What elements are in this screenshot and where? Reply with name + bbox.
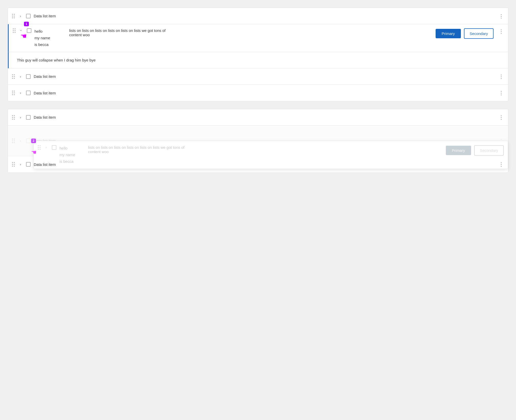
primary-button[interactable]: Primary xyxy=(436,29,461,38)
more-menu-icon[interactable]: ⋮ xyxy=(499,73,504,80)
row-title: Data list item xyxy=(34,14,64,18)
collapse-text: This guy will collapse when I drag him b… xyxy=(13,58,100,62)
more-menu-icon[interactable]: ⋮ xyxy=(499,28,504,34)
list2-row-ghost: › Data list item ⋮ 2 ☚ › hello my name i… xyxy=(8,126,508,156)
overlay-actions: Primary Secondary xyxy=(446,145,504,156)
row-content: hello my name is becca lists on lists on… xyxy=(34,28,433,48)
list-row-expanded: 1 ☚ › hello my name is becca lists on li… xyxy=(8,24,508,52)
row-content: Data list item xyxy=(34,162,494,167)
title-line-2: my name xyxy=(34,35,65,41)
drag-handle[interactable] xyxy=(12,115,15,120)
checkbox[interactable] xyxy=(26,162,31,167)
checkbox[interactable] xyxy=(26,91,31,95)
chevron-icon[interactable]: › xyxy=(18,14,23,18)
checkbox-overlay[interactable] xyxy=(52,145,56,150)
more-menu-icon[interactable]: ⋮ xyxy=(499,13,504,19)
chevron-icon[interactable]: › xyxy=(18,91,23,95)
overlay-secondary-button[interactable]: Secondary xyxy=(474,145,504,156)
more-menu-icon[interactable]: ⋮ xyxy=(499,114,504,120)
drag-handle-overlay[interactable] xyxy=(38,145,41,150)
title-line-1: hello xyxy=(34,28,65,34)
chevron-icon[interactable]: › xyxy=(18,115,23,119)
list-row-simple-2: › Data list item ⋮ xyxy=(8,68,508,85)
badge-2: 2 xyxy=(31,139,36,143)
drag-handle[interactable] xyxy=(12,139,15,143)
list-container-1: › Data list item ⋮ 1 ☚ › hello my name i… xyxy=(8,8,508,101)
row-title-multiline: hello my name is becca xyxy=(34,28,65,48)
list-row-simple-3: › Data list item ⋮ xyxy=(8,85,508,101)
drag-handle[interactable] xyxy=(13,28,16,33)
overlay-title-line-1: hello xyxy=(59,145,85,151)
overlay-primary-button[interactable]: Primary xyxy=(446,146,471,155)
more-menu-icon[interactable]: ⋮ xyxy=(499,90,504,96)
overlay-description: lists on lists on lists on lists on list… xyxy=(88,145,190,154)
cursor-hand-icon: ☚ xyxy=(20,32,27,40)
list2-row-simple-1: › Data list item ⋮ xyxy=(8,109,508,126)
row-title: Data list item xyxy=(34,91,64,95)
drag-handle[interactable] xyxy=(12,91,15,95)
row-content: Data list item xyxy=(34,91,494,95)
row-content: Data list item xyxy=(34,14,494,18)
cursor-hand-icon-2: ☚ xyxy=(31,149,37,156)
row-content: Data list item xyxy=(34,115,494,119)
chevron-icon-overlay[interactable]: › xyxy=(44,145,49,149)
title-line-3: is becca xyxy=(34,42,65,48)
row-title: Data list item xyxy=(34,162,64,167)
drag-handle[interactable] xyxy=(12,14,15,18)
row-description: lists on lists on lists on lists on list… xyxy=(69,28,171,37)
row-title: Data list item xyxy=(34,74,64,79)
list-container-2: › Data list item ⋮ › Data list item ⋮ 2 … xyxy=(8,109,508,173)
chevron-icon[interactable]: › xyxy=(18,139,23,143)
chevron-icon[interactable]: › xyxy=(18,75,23,79)
row-content: Data list item xyxy=(34,74,494,79)
drag-handle[interactable] xyxy=(12,162,15,167)
secondary-button[interactable]: Secondary xyxy=(464,28,494,39)
checkbox[interactable] xyxy=(27,28,31,33)
checkbox[interactable] xyxy=(26,74,31,79)
list-row-simple-1: › Data list item ⋮ xyxy=(8,8,508,24)
list-row-collapse-text: This guy will collapse when I drag him b… xyxy=(8,52,508,68)
row-title: Data list item xyxy=(34,115,64,119)
list2-row-simple-2: › Data list item ⋮ xyxy=(8,156,508,172)
badge-1: 1 xyxy=(24,22,29,26)
checkbox[interactable] xyxy=(26,14,31,18)
checkbox[interactable] xyxy=(26,139,31,143)
row-actions: Primary Secondary xyxy=(436,28,494,39)
chevron-icon[interactable]: › xyxy=(19,28,23,33)
chevron-icon[interactable]: › xyxy=(18,162,23,166)
checkbox[interactable] xyxy=(26,115,31,120)
drag-handle[interactable] xyxy=(12,74,15,79)
more-menu-icon[interactable]: ⋮ xyxy=(499,161,504,167)
